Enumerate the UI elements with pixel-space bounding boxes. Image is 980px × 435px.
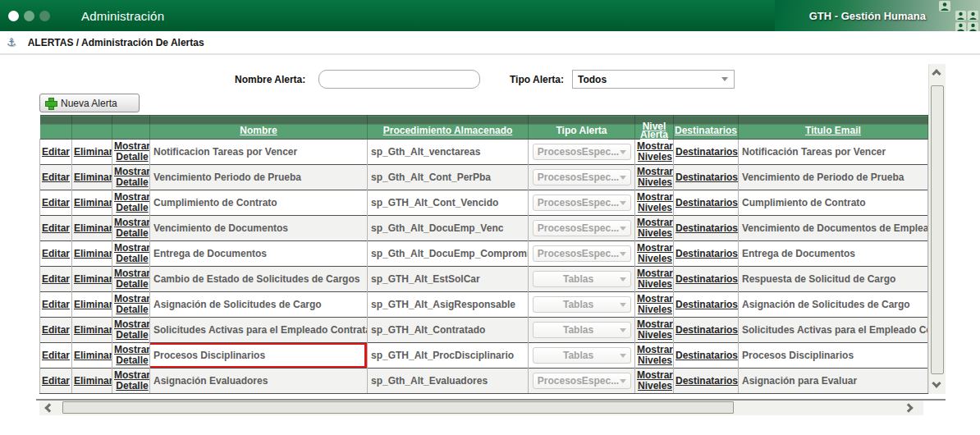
eliminar-link[interactable]: Eliminar	[74, 147, 112, 158]
mostrar-niveles-link[interactable]: MostrarNiveles	[637, 243, 673, 264]
horizontal-scrollbar[interactable]	[39, 401, 923, 415]
header-procedimiento[interactable]: Procedimiento Almacenado	[368, 116, 529, 140]
destinatarios-link[interactable]: Destinatarios	[675, 300, 738, 310]
editar-cell: Editar	[40, 241, 72, 267]
cell-tipo-alerta: ProcesosEspec...	[529, 241, 635, 267]
header-destinatarios[interactable]: Destinatarios	[674, 116, 739, 140]
destinatarios-link[interactable]: Destinatarios	[675, 350, 738, 361]
nombre-alerta-label: Nombre Alerta:	[235, 74, 305, 85]
mostrar-niveles-link[interactable]: MostrarNiveles	[637, 319, 673, 341]
cell-titulo-email: Entrega de Documentos	[739, 241, 928, 267]
eliminar-link[interactable]: Eliminar	[74, 325, 112, 336]
cell-tipo-alerta: ProcesosEspec...	[529, 190, 635, 216]
mostrar-niveles-link[interactable]: MostrarNiveles	[637, 345, 673, 366]
mostrar-niveles-link[interactable]: MostrarNiveles	[637, 167, 673, 188]
eliminar-cell: Eliminar	[72, 292, 112, 318]
destinatarios-cell: Destinatarios	[674, 165, 739, 190]
eliminar-link[interactable]: Eliminar	[74, 198, 112, 208]
horizontal-scrollbar-thumb[interactable]	[62, 401, 734, 414]
mostrar-niveles-link[interactable]: MostrarNiveles	[637, 218, 673, 239]
mostrar-detalle-link[interactable]: MostrarDetalle	[114, 167, 150, 188]
destinatarios-link[interactable]: Destinatarios	[675, 249, 738, 259]
nivel-alerta-cell: MostrarNiveles	[635, 241, 674, 267]
destinatarios-link[interactable]: Destinatarios	[675, 223, 738, 234]
plus-icon	[45, 98, 56, 108]
destinatarios-cell: Destinatarios	[674, 318, 739, 343]
editar-link[interactable]: Editar	[42, 325, 70, 336]
chevron-down-icon	[620, 227, 626, 231]
eliminar-link[interactable]: Eliminar	[74, 376, 112, 387]
vertical-scrollbar-thumb[interactable]	[931, 85, 944, 374]
editar-link[interactable]: Editar	[42, 300, 70, 310]
eliminar-link[interactable]: Eliminar	[74, 300, 112, 310]
mostrar-detalle-link[interactable]: MostrarDetalle	[114, 268, 150, 290]
editar-cell: Editar	[40, 292, 72, 318]
editar-link[interactable]: Editar	[42, 147, 70, 158]
mostrar-niveles-link[interactable]: MostrarNiveles	[637, 141, 673, 163]
scroll-up-icon[interactable]	[932, 69, 941, 78]
mostrar-detalle-link[interactable]: MostrarDetalle	[114, 218, 150, 239]
editar-link[interactable]: Editar	[42, 223, 70, 234]
editar-cell: Editar	[40, 140, 72, 165]
dot-white-icon	[8, 11, 19, 21]
cell-nombre: Asignación Evaluadores	[150, 369, 368, 394]
app-title: Administración	[81, 9, 164, 23]
cell-tipo-alerta: ProcesosEspec...	[529, 216, 635, 241]
vertical-scrollbar[interactable]	[928, 64, 946, 394]
cell-procedimiento: sp_GTH_Alt_AsigResponsable	[368, 292, 529, 318]
tipo-alerta-select[interactable]: Todos	[572, 70, 735, 89]
nueva-alerta-label: Nueva Alerta	[61, 98, 117, 109]
scroll-left-icon[interactable]	[44, 403, 53, 412]
destinatarios-link[interactable]: Destinatarios	[675, 376, 738, 387]
cell-titulo-email: Solicitudes Activas para el Empleado Con…	[739, 318, 928, 343]
mostrar-niveles-link[interactable]: MostrarNiveles	[637, 192, 673, 213]
mostrar-detalle-cell: MostrarDetalle	[112, 318, 150, 343]
scroll-down-icon[interactable]	[932, 378, 941, 387]
nivel-alerta-cell: MostrarNiveles	[635, 292, 674, 318]
mostrar-detalle-link[interactable]: MostrarDetalle	[114, 345, 150, 366]
editar-link[interactable]: Editar	[42, 172, 70, 183]
mostrar-niveles-link[interactable]: MostrarNiveles	[637, 370, 673, 392]
header-nivel-alerta[interactable]: Nivel Alerta	[635, 116, 674, 140]
eliminar-link[interactable]: Eliminar	[74, 249, 112, 259]
eliminar-link[interactable]: Eliminar	[74, 274, 112, 285]
eliminar-link[interactable]: Eliminar	[74, 172, 112, 183]
mostrar-detalle-link[interactable]: MostrarDetalle	[114, 243, 150, 264]
eliminar-cell: Eliminar	[72, 216, 112, 241]
table-row: Editar Eliminar MostrarDetalle Solicitud…	[40, 318, 928, 343]
destinatarios-cell: Destinatarios	[674, 369, 739, 394]
destinatarios-link[interactable]: Destinatarios	[675, 274, 738, 285]
scroll-right-icon[interactable]	[904, 403, 913, 412]
header-nombre[interactable]: Nombre	[150, 116, 368, 140]
destinatarios-link[interactable]: Destinatarios	[675, 172, 738, 183]
editar-link[interactable]: Editar	[42, 376, 70, 387]
brand-area: GTH - Gestión Humana	[775, 0, 980, 31]
cell-titulo-email: Asignación para Evaluar	[739, 369, 928, 394]
header-titulo-email[interactable]: Titulo Email	[739, 116, 928, 140]
editar-link[interactable]: Editar	[42, 274, 70, 285]
mostrar-detalle-link[interactable]: MostrarDetalle	[114, 294, 150, 315]
destinatarios-link[interactable]: Destinatarios	[675, 198, 738, 208]
eliminar-link[interactable]: Eliminar	[74, 350, 112, 361]
destinatarios-link[interactable]: Destinatarios	[675, 325, 738, 336]
destinatarios-link[interactable]: Destinatarios	[675, 147, 738, 158]
chevron-down-icon	[620, 303, 626, 307]
mostrar-detalle-link[interactable]: MostrarDetalle	[114, 319, 150, 341]
mostrar-niveles-link[interactable]: MostrarNiveles	[637, 268, 673, 290]
nombre-alerta-input[interactable]	[318, 70, 480, 89]
mostrar-detalle-link[interactable]: MostrarDetalle	[114, 192, 150, 213]
editar-link[interactable]: Editar	[42, 198, 70, 208]
mostrar-detalle-link[interactable]: MostrarDetalle	[114, 370, 150, 392]
header-eliminar	[72, 116, 112, 140]
cell-procedimiento: sp_Gth_Alt_Cont_PerPba	[368, 165, 529, 190]
header-tipo-alerta: Tipo Alerta	[529, 116, 635, 140]
nueva-alerta-button[interactable]: Nueva Alerta	[39, 94, 140, 112]
editar-link[interactable]: Editar	[42, 350, 70, 361]
editar-link[interactable]: Editar	[42, 249, 70, 259]
cell-titulo-email: Procesos Disciplinarios	[739, 343, 928, 369]
mostrar-niveles-link[interactable]: MostrarNiveles	[637, 294, 673, 315]
nivel-alerta-cell: MostrarNiveles	[635, 140, 674, 165]
eliminar-link[interactable]: Eliminar	[74, 223, 112, 234]
destinatarios-cell: Destinatarios	[674, 343, 739, 369]
mostrar-detalle-link[interactable]: MostrarDetalle	[114, 141, 150, 163]
